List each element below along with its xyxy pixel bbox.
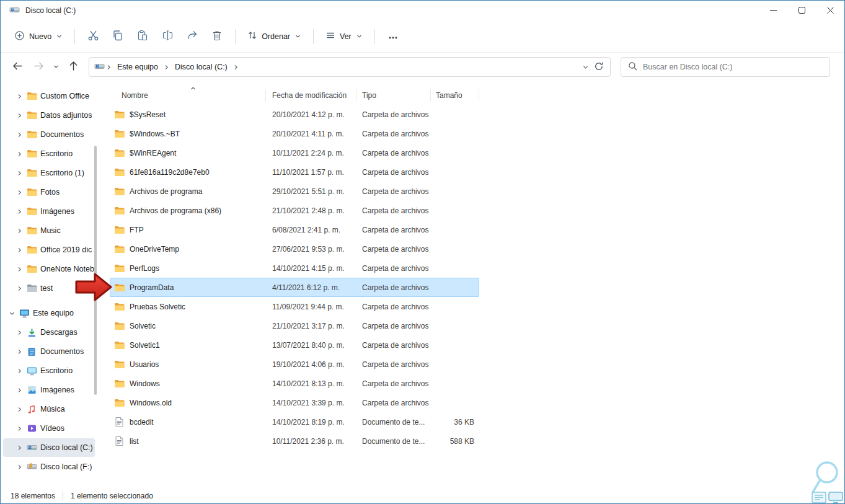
column-header-name[interactable]: Nombre	[110, 89, 266, 102]
folder-icon	[113, 322, 125, 330]
file-row-usuarios[interactable]: Usuarios 19/10/2021 4:06 p. m. Carpeta d…	[110, 355, 479, 374]
copy-icon	[112, 30, 123, 43]
up-button[interactable]	[63, 57, 84, 77]
sidebar-item-datos-adjuntos[interactable]: Datos adjuntos	[3, 106, 95, 125]
file-row-sysreset[interactable]: $SysReset 20/10/2021 4:12 p. m. Carpeta …	[110, 105, 479, 124]
delete-button[interactable]	[205, 25, 229, 48]
file-row-onedrivetemp[interactable]: OneDriveTemp 27/06/2021 9:53 p. m. Carpe…	[110, 239, 479, 259]
sidebar-item-descargas[interactable]: Descargas	[3, 323, 95, 342]
view-button[interactable]: Ver	[319, 26, 369, 46]
file-row-windows-bt[interactable]: $Windows.~BT 20/10/2021 4:11 p. m. Carpe…	[110, 124, 479, 143]
sidebar-item-im-genes[interactable]: Imágenes	[3, 381, 95, 399]
breadcrumb-disco-local-c[interactable]: Disco local (C:)	[170, 60, 232, 74]
file-date: 11/09/2021 9:44 p. m.	[266, 303, 356, 311]
chevron-icon[interactable]	[15, 266, 23, 273]
chevron-icon[interactable]	[15, 406, 23, 413]
file-row-windows-old[interactable]: Windows.old 14/10/2021 3:39 p. m. Carpet…	[110, 393, 479, 412]
file-row-solvetic1[interactable]: Solvetic1 13/07/2021 8:40 p. m. Carpeta …	[110, 335, 479, 355]
sidebar-item-escritorio-1[interactable]: Escritorio (1)	[3, 164, 95, 182]
maximize-button[interactable]	[787, 1, 816, 20]
file-row-list[interactable]: list 10/11/2021 2:36 p. m. Documento de …	[110, 431, 479, 451]
chevron-icon[interactable]	[8, 310, 15, 317]
chevron-icon[interactable]	[15, 208, 23, 215]
recent-locations-button[interactable]	[49, 57, 63, 77]
chevron-icon[interactable]	[15, 329, 23, 336]
search-input[interactable]	[643, 63, 823, 71]
chevron-icon[interactable]	[15, 348, 23, 355]
file-row-ftp[interactable]: FTP 6/08/2021 2:41 p. m. Carpeta de arch…	[110, 220, 479, 239]
sidebar-item-documentos[interactable]: Documentos	[3, 342, 95, 361]
sort-button[interactable]: Ordenar	[241, 26, 307, 46]
file-type: Carpeta de archivos	[356, 303, 431, 311]
sidebar-item-fotos[interactable]: Fotos	[3, 183, 95, 201]
minimize-button[interactable]	[759, 1, 787, 20]
chevron-icon[interactable]	[15, 285, 23, 292]
close-button[interactable]	[816, 1, 844, 20]
chevron-icon[interactable]	[15, 93, 23, 100]
share-button[interactable]	[180, 25, 205, 48]
file-row-programdata[interactable]: ProgramData 4/11/2021 6:12 p. m. Carpeta…	[110, 278, 479, 297]
sidebar-item-label: Descargas	[40, 328, 77, 337]
column-header-type[interactable]: Tipo	[356, 89, 431, 102]
file-row-windows[interactable]: Windows 14/10/2021 8:13 p. m. Carpeta de…	[110, 374, 479, 393]
sidebar-item-music[interactable]: Music	[3, 221, 95, 240]
sidebar-item-disco-local-f[interactable]: Disco local (F:)	[3, 458, 95, 476]
paste-button[interactable]	[130, 25, 155, 48]
chevron-icon[interactable]	[15, 112, 23, 119]
chevron-icon[interactable]	[15, 464, 23, 471]
address-bar[interactable]: Este equipo Disco local (C:)	[89, 57, 611, 77]
chevron-icon[interactable]	[15, 170, 23, 177]
file-row-61fe816a119c2d8e7eb0[interactable]: 61fe816a119c2d8e7eb0 11/10/2021 1:57 p. …	[110, 162, 479, 182]
sidebar-item-im-genes[interactable]: Imágenes	[3, 202, 95, 221]
file-row-archivos-de-programa-x86[interactable]: Archivos de programa (x86) 21/10/2021 2:…	[110, 201, 479, 220]
refresh-icon[interactable]	[594, 61, 604, 73]
sidebar-item-test[interactable]: test	[3, 279, 95, 298]
cut-button[interactable]	[81, 25, 105, 48]
file-row-bcdedit[interactable]: bcdedit 14/10/2021 8:19 p. m. Documento …	[110, 412, 479, 431]
file-row-perflogs[interactable]: PerfLogs 14/10/2021 4:15 p. m. Carpeta d…	[110, 259, 479, 278]
arrow-right-icon	[33, 61, 44, 73]
address-dropdown-icon[interactable]	[582, 64, 589, 71]
sidebar-item-office-2019-dic[interactable]: Office 2019 dic	[3, 241, 95, 259]
music-icon	[26, 405, 37, 414]
search-box[interactable]	[621, 57, 830, 77]
file-row-solvetic[interactable]: Solvetic 21/10/2021 3:17 p. m. Carpeta d…	[110, 316, 479, 335]
sidebar-item-custom-office[interactable]: Custom Office	[3, 87, 95, 105]
file-name-cell: OneDriveTemp	[110, 245, 266, 254]
file-name: list	[130, 437, 139, 446]
sidebar-scrollbar[interactable]	[94, 146, 97, 395]
chevron-icon[interactable]	[15, 425, 23, 432]
copy-button[interactable]	[105, 25, 130, 48]
chevron-icon[interactable]	[15, 189, 23, 196]
sidebar-item-label: Imágenes	[40, 386, 74, 394]
forward-button[interactable]	[28, 57, 49, 77]
chevron-icon[interactable]	[15, 151, 23, 157]
chevron-icon[interactable]	[15, 131, 23, 138]
new-button[interactable]: Nuevo	[8, 26, 69, 47]
back-button[interactable]	[7, 57, 28, 77]
breadcrumb-este-equipo[interactable]: Este equipo	[113, 60, 162, 74]
sidebar-item-escritorio[interactable]: Escritorio	[3, 361, 95, 380]
sidebar-item-documentos[interactable]: Documentos	[3, 125, 95, 144]
chevron-icon[interactable]	[15, 368, 23, 374]
file-row-pruebas-solvetic[interactable]: Pruebas Solvetic 11/09/2021 9:44 p. m. C…	[110, 297, 479, 316]
sidebar-item-disco-local-c[interactable]: Disco local (C:)	[3, 438, 95, 457]
sidebar-item-onenote-notebl[interactable]: OneNote Notebl	[3, 260, 95, 278]
sidebar-item-m-sica[interactable]: Música	[3, 400, 95, 418]
chevron-icon[interactable]	[15, 247, 23, 254]
chevron-down-icon	[294, 33, 301, 40]
column-header-date[interactable]: Fecha de modificación	[266, 89, 356, 102]
file-row-archivos-de-programa[interactable]: Archivos de programa 29/10/2021 5:51 p. …	[110, 182, 479, 201]
rename-button[interactable]	[155, 25, 180, 48]
sidebar-item-escritorio[interactable]: Escritorio	[3, 144, 95, 163]
sidebar-item-v-deos[interactable]: Vídeos	[3, 419, 95, 438]
sidebar-item-este-equipo[interactable]: Este equipo	[3, 304, 95, 322]
file-row-winreagent[interactable]: $WinREAgent 10/11/2021 2:24 p. m. Carpet…	[110, 143, 479, 162]
file-explorer-window: Disco local (C:) Nuevo Ordenar Ver	[0, 0, 845, 504]
chevron-icon[interactable]	[15, 444, 23, 451]
sidebar-item-label: Escritorio (1)	[40, 169, 84, 177]
chevron-icon[interactable]	[15, 228, 23, 234]
chevron-icon[interactable]	[15, 387, 23, 394]
more-options-button[interactable]	[381, 25, 405, 48]
column-header-size[interactable]: Tamaño	[431, 89, 479, 102]
